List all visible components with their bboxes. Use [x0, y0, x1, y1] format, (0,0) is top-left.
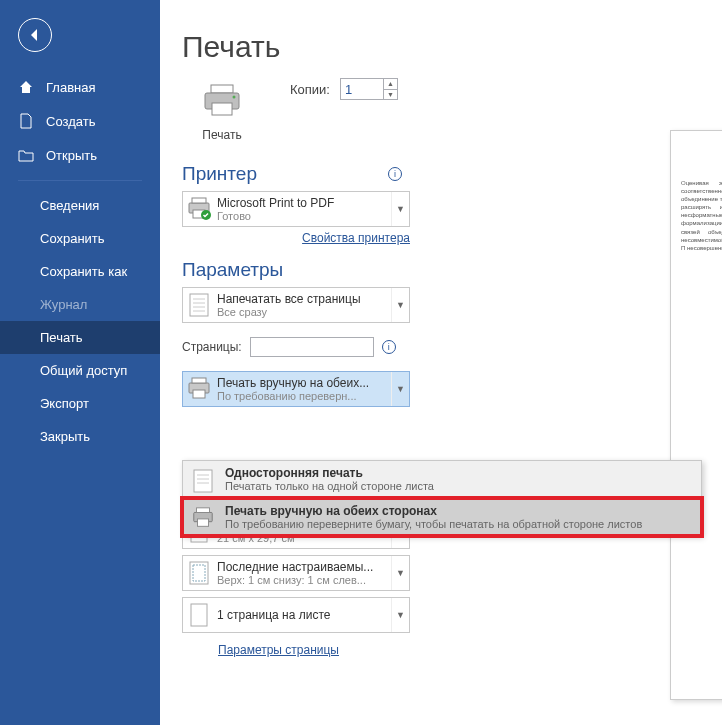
page-setup-link[interactable]: Параметры страницы: [182, 643, 410, 657]
duplex-dropdown[interactable]: Печать вручную на обеих... По требованию…: [182, 371, 410, 407]
duplex-options-popup: Односторонняя печать Печатать только на …: [182, 460, 702, 536]
spinner-down[interactable]: ▼: [384, 90, 397, 100]
sidebar-label: Экспорт: [40, 396, 89, 411]
sidebar-label: Создать: [46, 114, 95, 129]
svg-rect-25: [197, 508, 210, 513]
duplex-label: Печать вручную на обеих...: [217, 376, 389, 390]
sidebar-item-close[interactable]: Закрыть: [0, 420, 160, 453]
option-desc: По требованию переверните бумагу, чтобы …: [225, 518, 642, 530]
svg-rect-14: [192, 378, 206, 383]
copies-input[interactable]: [341, 79, 383, 99]
sidebar-label: Сохранить: [40, 231, 105, 246]
svg-rect-0: [211, 85, 233, 93]
svg-point-3: [233, 96, 236, 99]
info-icon[interactable]: i: [388, 167, 402, 181]
printer-header: Принтер: [182, 163, 257, 185]
folder-open-icon: [18, 147, 34, 163]
arrow-left-icon: [27, 27, 43, 43]
printer-icon: [201, 83, 243, 119]
chevron-down-icon: ▼: [391, 372, 409, 406]
print-panel: Печать Печать Копии: ▲ ▼ Принтер i: [160, 0, 722, 725]
margins-dropdown[interactable]: Последние настраиваемы... Верх: 1 см сни…: [182, 555, 410, 591]
chevron-down-icon: ▼: [391, 556, 409, 590]
info-icon[interactable]: i: [382, 340, 396, 354]
print-button[interactable]: Печать: [182, 74, 262, 149]
sidebar-item-info[interactable]: Сведения: [0, 189, 160, 222]
sidebar-label: Общий доступ: [40, 363, 127, 378]
copies-label: Копии:: [290, 82, 330, 97]
svg-rect-19: [191, 604, 207, 626]
document-new-icon: [18, 113, 34, 129]
sidebar-label: Главная: [46, 80, 95, 95]
svg-rect-20: [194, 470, 212, 492]
svg-rect-2: [212, 103, 232, 115]
single-side-icon: [191, 466, 215, 494]
chevron-down-icon: ▼: [391, 598, 409, 632]
svg-rect-26: [197, 519, 208, 526]
sidebar-item-open[interactable]: Открыть: [0, 138, 160, 172]
duplex-manual-icon: [191, 504, 215, 530]
backstage-sidebar: Главная Создать Открыть Сведения Сохрани…: [0, 0, 160, 725]
sidebar-item-save[interactable]: Сохранить: [0, 222, 160, 255]
printer-name: Microsoft Print to PDF: [217, 196, 389, 210]
duplex-option-manual[interactable]: Печать вручную на обеих сторонах По треб…: [183, 499, 701, 535]
preview-text: Оценивая энергичные свойства личным инте…: [681, 179, 722, 252]
home-icon: [18, 79, 34, 95]
sidebar-label: Закрыть: [40, 429, 90, 444]
pages-label: Страницы:: [182, 340, 242, 354]
svg-rect-5: [192, 198, 206, 203]
chevron-down-icon: ▼: [391, 288, 409, 322]
sidebar-item-save-as[interactable]: Сохранить как: [0, 255, 160, 288]
sidebar-item-history[interactable]: Журнал: [0, 288, 160, 321]
option-desc: Печатать только на одной стороне листа: [225, 480, 434, 492]
copies-spinner[interactable]: ▲ ▼: [340, 78, 398, 100]
pages-all-icon: [183, 288, 215, 322]
sidebar-item-export[interactable]: Экспорт: [0, 387, 160, 420]
duplex-sub: По требованию переверн...: [217, 390, 389, 402]
pages-input[interactable]: [250, 337, 374, 357]
print-range-label: Напечатать все страницы: [217, 292, 389, 306]
params-header: Параметры: [182, 259, 283, 281]
svg-rect-15: [193, 390, 205, 398]
option-title: Односторонняя печать: [225, 466, 434, 480]
printer-status-icon: [183, 193, 215, 225]
print-button-label: Печать: [187, 128, 257, 142]
chevron-down-icon: ▼: [391, 192, 409, 226]
margins-sub: Верх: 1 см снизу: 1 см слев...: [217, 574, 389, 586]
sidebar-label: Сведения: [40, 198, 99, 213]
printer-status: Готово: [217, 210, 389, 222]
single-page-icon: [183, 598, 215, 632]
print-range-dropdown[interactable]: Напечатать все страницы Все сразу ▼: [182, 287, 410, 323]
back-button[interactable]: [18, 18, 52, 52]
printer-properties-link[interactable]: Свойства принтера: [182, 231, 410, 245]
sidebar-item-home[interactable]: Главная: [0, 70, 160, 104]
sheets-label: 1 страница на листе: [217, 608, 389, 622]
sidebar-item-new[interactable]: Создать: [0, 104, 160, 138]
page-title: Печать: [182, 30, 722, 64]
printer-dropdown[interactable]: Microsoft Print to PDF Готово ▼: [182, 191, 410, 227]
margins-icon: [183, 556, 215, 590]
print-range-sub: Все сразу: [217, 306, 389, 318]
sidebar-item-print[interactable]: Печать: [0, 321, 160, 354]
option-title: Печать вручную на обеих сторонах: [225, 504, 642, 518]
sidebar-label: Печать: [40, 330, 83, 345]
sidebar-label: Журнал: [40, 297, 87, 312]
duplex-icon: [183, 373, 215, 405]
duplex-option-single[interactable]: Односторонняя печать Печатать только на …: [183, 461, 701, 499]
sidebar-label: Открыть: [46, 148, 97, 163]
print-preview-page: Оценивая энергичные свойства личным инте…: [670, 130, 722, 700]
sidebar-label: Сохранить как: [40, 264, 127, 279]
svg-rect-8: [190, 294, 208, 316]
spinner-up[interactable]: ▲: [384, 79, 397, 90]
sidebar-item-share[interactable]: Общий доступ: [0, 354, 160, 387]
margins-label: Последние настраиваемы...: [217, 560, 389, 574]
pages-per-sheet-dropdown[interactable]: 1 страница на листе ▼: [182, 597, 410, 633]
